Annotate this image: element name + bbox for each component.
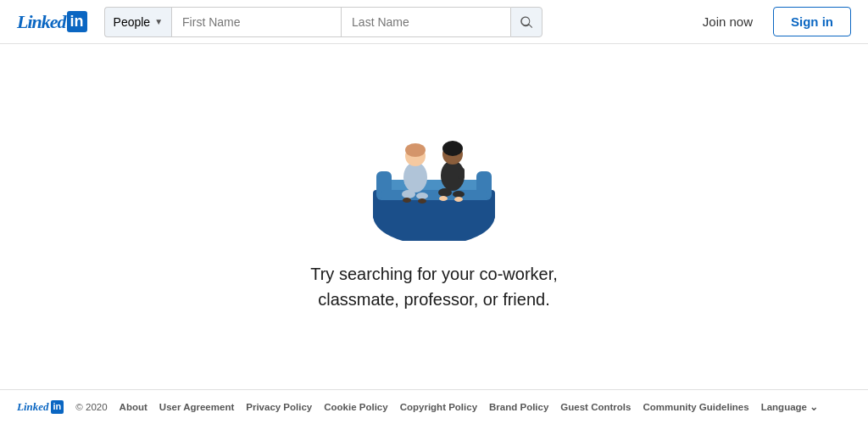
svg-point-14 xyxy=(418,198,426,204)
sign-in-button[interactable]: Sign in xyxy=(773,7,851,36)
footer-link-copyright[interactable]: Copyright Policy xyxy=(400,402,477,412)
svg-rect-21 xyxy=(458,168,465,179)
footer-logo-text: Linked xyxy=(17,400,49,414)
footer-link-user-agreement[interactable]: User Agreement xyxy=(159,402,234,412)
svg-rect-11 xyxy=(404,173,411,185)
empty-state-text: Try searching for your co-worker, classm… xyxy=(310,261,558,312)
chevron-down-icon: ⌄ xyxy=(810,401,818,413)
svg-point-10 xyxy=(416,192,428,199)
svg-point-9 xyxy=(402,190,415,198)
svg-rect-12 xyxy=(420,169,426,179)
last-name-input[interactable] xyxy=(341,7,510,37)
footer-copyright: © 2020 xyxy=(75,402,107,412)
empty-state-line2: classmate, professor, or friend. xyxy=(318,290,549,309)
svg-point-8 xyxy=(405,143,426,157)
footer-logo-in: in xyxy=(51,400,64,413)
join-now-button[interactable]: Join now xyxy=(693,8,763,36)
footer-link-about[interactable]: About xyxy=(120,402,147,412)
footer-language-selector[interactable]: Language ⌄ xyxy=(761,401,818,413)
footer-link-guest[interactable]: Guest Controls xyxy=(560,402,631,412)
svg-point-18 xyxy=(438,188,452,197)
footer-link-cookie[interactable]: Cookie Policy xyxy=(324,402,387,412)
empty-state-illustration xyxy=(358,105,510,241)
svg-point-17 xyxy=(442,141,463,156)
svg-point-13 xyxy=(403,198,411,203)
footer-link-community[interactable]: Community Guidelines xyxy=(643,402,748,412)
svg-point-19 xyxy=(453,191,465,198)
search-button[interactable] xyxy=(510,7,542,37)
search-icon xyxy=(520,15,533,29)
search-bar: People ▼ xyxy=(104,7,543,37)
chevron-down-icon: ▼ xyxy=(154,17,163,26)
header: Linkedin People ▼ Join now Sign in xyxy=(0,0,868,44)
logo-in: in xyxy=(67,11,87,33)
logo-text: Linked xyxy=(17,11,66,33)
search-category-label: People xyxy=(114,15,151,29)
footer: Linkedin © 2020 About User Agreement Pri… xyxy=(0,389,868,424)
svg-point-23 xyxy=(454,197,463,202)
footer-logo: Linkedin xyxy=(17,400,64,414)
linkedin-logo: Linkedin xyxy=(17,11,87,33)
first-name-input[interactable] xyxy=(171,7,341,37)
empty-state-line1: Try searching for your co-worker, xyxy=(310,265,558,283)
svg-rect-5 xyxy=(381,190,487,200)
footer-link-privacy[interactable]: Privacy Policy xyxy=(246,402,312,412)
footer-link-brand[interactable]: Brand Policy xyxy=(489,402,548,412)
search-category-dropdown[interactable]: People ▼ xyxy=(104,7,172,37)
svg-rect-20 xyxy=(442,170,448,181)
svg-point-22 xyxy=(439,196,448,201)
main-content: Try searching for your co-worker, classm… xyxy=(0,44,868,389)
